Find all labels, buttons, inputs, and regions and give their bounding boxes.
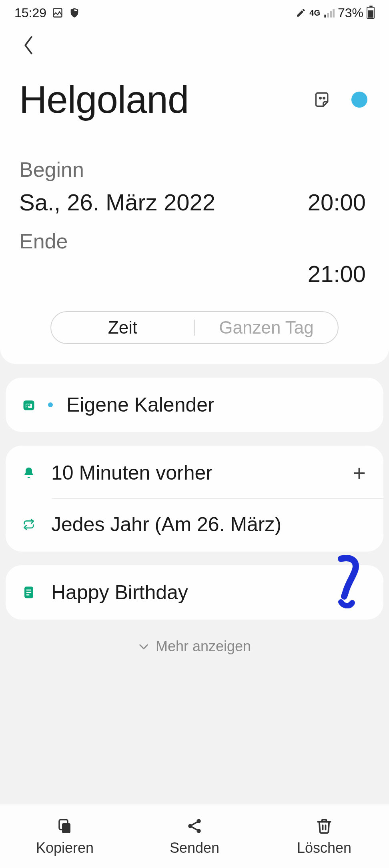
segment-time[interactable]: Zeit: [51, 312, 194, 343]
svg-point-9: [27, 405, 28, 406]
send-button[interactable]: Senden: [130, 804, 259, 868]
svg-rect-15: [26, 594, 29, 596]
share-icon: [185, 816, 204, 836]
svg-line-21: [192, 822, 197, 825]
battery-percent: 73%: [338, 6, 363, 20]
show-more-label: Mehr anzeigen: [156, 638, 251, 655]
battery-icon: [367, 7, 375, 19]
event-color-dot[interactable]: [351, 92, 367, 108]
status-bar: 15:29 4G 73%: [0, 0, 389, 26]
alert-repeat-card: 10 Minuten vorher + Jedes Jahr (Am 26. M…: [6, 446, 383, 552]
event-header-section: Helgoland Beginn Sa., 26. März 2022 20:0…: [0, 26, 389, 364]
svg-rect-4: [333, 9, 335, 18]
svg-rect-1: [324, 15, 326, 18]
copy-button[interactable]: Kopieren: [0, 804, 130, 868]
trash-icon: [315, 816, 334, 836]
begin-block: Beginn Sa., 26. März 2022 20:00: [19, 158, 370, 216]
alert-text: 10 Minuten vorher: [51, 460, 336, 486]
card-divider: [52, 498, 383, 499]
network-type: 4G: [309, 8, 320, 18]
delete-button[interactable]: Löschen: [259, 804, 389, 868]
bottom-toolbar: Kopieren Senden Löschen: [0, 804, 389, 868]
svg-rect-2: [327, 13, 329, 18]
begin-label: Beginn: [19, 158, 370, 182]
svg-point-6: [323, 98, 325, 99]
end-time[interactable]: 21:00: [308, 260, 366, 287]
delete-label: Löschen: [297, 840, 351, 856]
svg-rect-3: [330, 11, 332, 17]
add-alert-button[interactable]: +: [349, 460, 369, 486]
edit-icon: [296, 8, 306, 18]
chevron-down-icon: [138, 639, 149, 654]
calendar-icon: [20, 398, 38, 411]
svg-point-11: [27, 407, 28, 408]
repeat-icon: [20, 518, 38, 530]
repeat-row[interactable]: Jedes Jahr (Am 26. März): [20, 510, 369, 539]
sticker-icon[interactable]: [314, 91, 331, 108]
show-more-button[interactable]: Mehr anzeigen: [0, 638, 389, 655]
copy-icon: [55, 816, 74, 836]
calendar-color-dot: [48, 402, 53, 407]
bell-icon: [20, 466, 38, 480]
event-title[interactable]: Helgoland: [19, 78, 188, 122]
svg-rect-16: [62, 823, 70, 833]
note-card[interactable]: Happy Birthday: [6, 565, 383, 620]
status-right: 4G 73%: [296, 6, 375, 20]
svg-point-20: [197, 829, 201, 833]
svg-point-19: [188, 824, 192, 828]
copy-label: Kopieren: [36, 840, 94, 856]
shield-icon: [69, 7, 80, 18]
back-button[interactable]: [19, 32, 38, 63]
end-block: Ende 21:00: [19, 229, 370, 287]
note-text: Happy Birthday: [51, 580, 369, 605]
begin-time[interactable]: 20:00: [308, 189, 366, 216]
alert-row[interactable]: 10 Minuten vorher +: [20, 458, 369, 487]
segment-allday[interactable]: Ganzen Tag: [195, 312, 338, 343]
svg-point-5: [320, 98, 321, 99]
image-icon: [52, 7, 63, 18]
time-allday-toggle: Zeit Ganzen Tag: [50, 311, 339, 344]
end-label: Ende: [19, 229, 370, 253]
note-icon: [20, 586, 38, 599]
svg-point-10: [29, 405, 30, 406]
calendar-card[interactable]: Eigene Kalender: [6, 378, 383, 432]
svg-point-18: [197, 819, 201, 823]
calendar-name: Eigene Kalender: [66, 392, 369, 418]
repeat-text: Jedes Jahr (Am 26. März): [51, 512, 369, 537]
status-time: 15:29: [14, 6, 46, 20]
signal-icon: [323, 7, 335, 18]
svg-rect-14: [26, 592, 31, 593]
svg-line-22: [192, 827, 197, 830]
begin-date[interactable]: Sa., 26. März 2022: [19, 189, 215, 216]
svg-rect-13: [26, 590, 31, 591]
status-left: 15:29: [14, 6, 80, 20]
send-label: Senden: [170, 840, 219, 856]
